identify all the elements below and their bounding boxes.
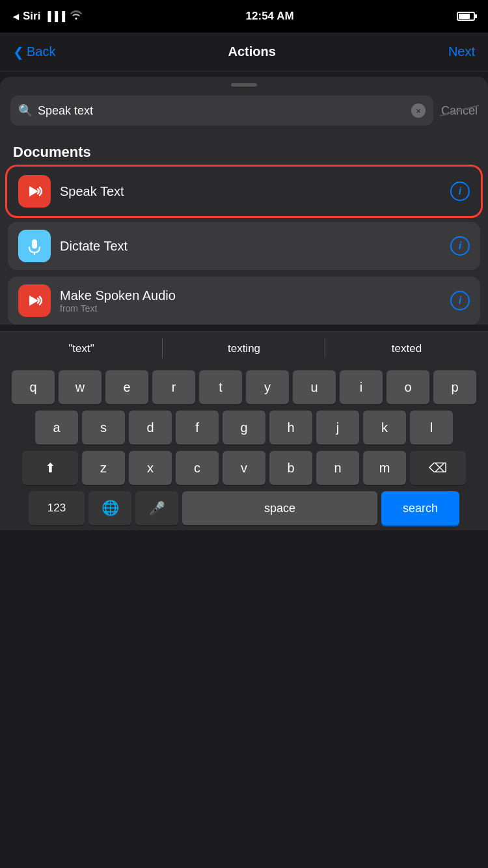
action-item-make-spoken-audio[interactable]: Make Spoken Audio from Text i bbox=[8, 277, 480, 325]
search-icon: 🔍 bbox=[18, 103, 33, 118]
page-title: Actions bbox=[228, 44, 276, 59]
status-time: 12:54 AM bbox=[246, 10, 294, 23]
status-left: ◂ Siri ▐▐▐ bbox=[13, 10, 83, 23]
speak-text-icon bbox=[18, 175, 51, 208]
key-shift[interactable]: ⬆ bbox=[22, 451, 78, 485]
key-s[interactable]: s bbox=[82, 411, 125, 444]
action-item-dictate-text[interactable]: Dictate Text i bbox=[8, 222, 480, 270]
key-d[interactable]: d bbox=[129, 411, 172, 444]
svg-marker-0 bbox=[29, 186, 38, 197]
cancel-button[interactable]: Cancel bbox=[441, 104, 478, 118]
autocomplete-quoted: "text" bbox=[68, 342, 94, 355]
status-right bbox=[457, 12, 475, 21]
key-q[interactable]: q bbox=[12, 370, 55, 404]
dictate-text-label: Dictate Text bbox=[60, 239, 441, 254]
make-spoken-audio-icon bbox=[18, 284, 51, 317]
key-z[interactable]: z bbox=[82, 451, 125, 485]
battery-icon bbox=[457, 12, 475, 21]
key-n[interactable]: n bbox=[316, 451, 359, 485]
key-j[interactable]: j bbox=[316, 411, 359, 444]
svg-marker-3 bbox=[29, 295, 38, 306]
key-space[interactable]: space bbox=[182, 491, 377, 525]
speak-text-label: Speak Text bbox=[60, 184, 441, 199]
back-chevron-icon: ❮ bbox=[13, 44, 24, 60]
key-e[interactable]: e bbox=[105, 370, 148, 404]
search-container: 🔍 Speak text × Cancel bbox=[0, 96, 488, 135]
action-list: Speak Text i Dictate Text i bbox=[0, 167, 488, 325]
keyboard-row-3: ⬆ z x c v b n m ⌫ bbox=[3, 451, 485, 485]
svg-rect-1 bbox=[32, 239, 37, 249]
search-bar[interactable]: 🔍 Speak text × bbox=[10, 96, 433, 126]
key-i[interactable]: i bbox=[340, 370, 383, 404]
key-v[interactable]: v bbox=[223, 451, 265, 485]
key-delete[interactable]: ⌫ bbox=[410, 451, 466, 485]
back-button[interactable]: ❮ Back bbox=[13, 44, 55, 60]
keyboard-row-1: q w e r t y u i o p bbox=[3, 370, 485, 404]
key-t[interactable]: t bbox=[199, 370, 242, 404]
key-o[interactable]: o bbox=[386, 370, 429, 404]
carrier-label: Siri bbox=[23, 10, 40, 23]
autocomplete-bar: "text" texting texted bbox=[0, 331, 488, 365]
signal-icon: ▐▐▐ bbox=[44, 11, 66, 21]
keyboard-row-4: 123 🌐 🎤 space search bbox=[3, 491, 485, 525]
next-button[interactable]: Next bbox=[448, 44, 475, 59]
make-spoken-audio-info-button[interactable]: i bbox=[450, 291, 470, 310]
action-item-speak-text[interactable]: Speak Text i bbox=[8, 167, 480, 215]
search-input[interactable]: Speak text bbox=[38, 104, 406, 118]
keyboard-row-2: a s d f g h j k l bbox=[3, 411, 485, 444]
key-m[interactable]: m bbox=[363, 451, 406, 485]
sheet-handle bbox=[231, 83, 257, 87]
speak-text-info-button[interactable]: i bbox=[450, 182, 470, 201]
sheet: 🔍 Speak text × Cancel Documents Speak Te… bbox=[0, 77, 488, 325]
autocomplete-text[interactable]: "text" bbox=[0, 332, 163, 365]
nav-bar: ❮ Back Actions Next bbox=[0, 33, 488, 72]
key-c[interactable]: c bbox=[176, 451, 219, 485]
key-p[interactable]: p bbox=[433, 370, 476, 404]
key-y[interactable]: y bbox=[246, 370, 289, 404]
key-globe[interactable]: 🌐 bbox=[88, 491, 131, 525]
key-w[interactable]: w bbox=[59, 370, 102, 404]
status-bar: ◂ Siri ▐▐▐ 12:54 AM bbox=[0, 0, 488, 33]
key-b[interactable]: b bbox=[269, 451, 312, 485]
autocomplete-texting-label: texting bbox=[228, 342, 260, 355]
key-u[interactable]: u bbox=[293, 370, 336, 404]
back-label: Back bbox=[27, 44, 55, 59]
search-clear-button[interactable]: × bbox=[411, 103, 426, 118]
key-a[interactable]: a bbox=[35, 411, 78, 444]
make-spoken-audio-sublabel: from Text bbox=[60, 303, 441, 314]
key-numbers[interactable]: 123 bbox=[29, 491, 85, 525]
autocomplete-texted-label: texted bbox=[392, 342, 422, 355]
dictate-text-icon bbox=[18, 230, 51, 262]
dictate-text-info-button[interactable]: i bbox=[450, 236, 470, 256]
key-h[interactable]: h bbox=[269, 411, 312, 444]
make-spoken-audio-text: Make Spoken Audio from Text bbox=[60, 288, 441, 314]
key-microphone[interactable]: 🎤 bbox=[135, 491, 178, 525]
search-button[interactable]: search bbox=[381, 491, 459, 525]
key-g[interactable]: g bbox=[223, 411, 265, 444]
key-r[interactable]: r bbox=[152, 370, 195, 404]
keyboard: q w e r t y u i o p a s d f g h j k l ⬆ … bbox=[0, 365, 488, 530]
chevron-left-icon: ◂ bbox=[13, 10, 19, 23]
autocomplete-texting[interactable]: texting bbox=[163, 332, 325, 365]
key-x[interactable]: x bbox=[129, 451, 172, 485]
wifi-icon bbox=[70, 10, 83, 23]
autocomplete-texted[interactable]: texted bbox=[325, 332, 488, 365]
key-k[interactable]: k bbox=[363, 411, 406, 444]
section-header-documents: Documents bbox=[0, 135, 488, 167]
key-l[interactable]: l bbox=[410, 411, 453, 444]
make-spoken-audio-label: Make Spoken Audio bbox=[60, 288, 441, 303]
key-f[interactable]: f bbox=[176, 411, 219, 444]
